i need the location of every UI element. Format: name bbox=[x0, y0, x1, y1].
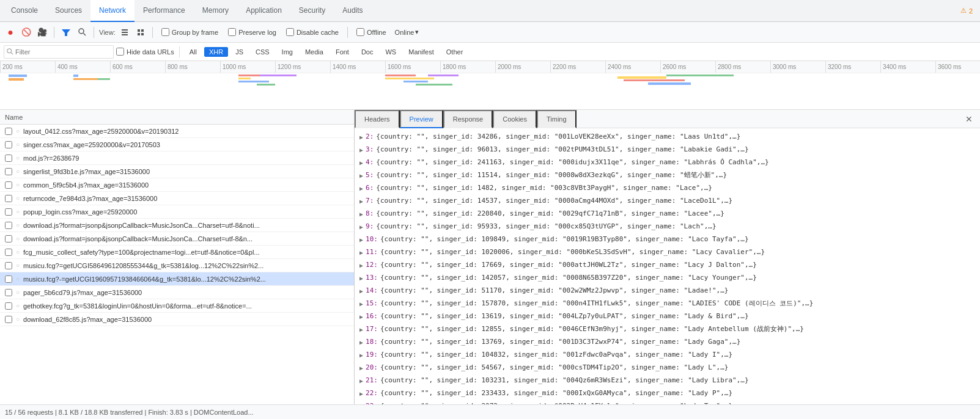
disable-cache-label[interactable]: Disable cache bbox=[297, 29, 339, 36]
json-row[interactable]: ▶14: {country: "", singer_id: 51170, sin… bbox=[355, 285, 980, 297]
json-row[interactable]: ▶7: {country: "", singer_id: 14537, sing… bbox=[355, 195, 980, 208]
filter-button[interactable] bbox=[59, 26, 73, 39]
json-expand-arrow[interactable]: ▶ bbox=[359, 183, 363, 194]
tab-console[interactable]: Console bbox=[2, 0, 46, 22]
list-item[interactable]: ○layout_0412.css?max_age=25920000&v=2019… bbox=[0, 125, 354, 138]
json-row[interactable]: ▶11: {country: "", singer_id: 1020006, s… bbox=[355, 246, 980, 259]
list-item[interactable]: ○returncode_7e984d3.js?max_age=31536000 bbox=[0, 192, 354, 205]
list-item[interactable]: ○singerlist_9fd3b1e.js?max_age=31536000 bbox=[0, 165, 354, 178]
json-row[interactable]: ▶15: {country: "", singer_id: 157870, si… bbox=[355, 297, 980, 310]
tab-memory[interactable]: Memory bbox=[194, 0, 237, 22]
list-item-checkbox[interactable] bbox=[5, 316, 12, 323]
json-row[interactable]: ▶20: {country: "", singer_id: 54567, sin… bbox=[355, 362, 980, 374]
hide-data-urls-checkbox[interactable] bbox=[116, 48, 124, 56]
json-expand-arrow[interactable]: ▶ bbox=[359, 247, 363, 258]
list-item[interactable]: ○musicu.fcg?-=getUCGI19609571938466064&g… bbox=[0, 272, 354, 286]
list-item-checkbox[interactable] bbox=[5, 141, 12, 148]
json-row[interactable]: ▶22: {country: "", singer_id: 233433, si… bbox=[355, 387, 980, 400]
json-expand-arrow[interactable]: ▶ bbox=[359, 401, 363, 404]
tab-headers[interactable]: Headers bbox=[355, 110, 400, 128]
record-button[interactable]: ● bbox=[4, 26, 17, 39]
list-item-checkbox[interactable] bbox=[5, 289, 12, 296]
json-row[interactable]: ▶19: {country: "", singer_id: 104832, si… bbox=[355, 349, 980, 362]
json-row[interactable]: ▶16: {country: "", singer_id: 13619, sin… bbox=[355, 310, 980, 323]
tab-timing[interactable]: Timing bbox=[537, 110, 577, 128]
list-item-checkbox[interactable] bbox=[5, 181, 12, 189]
view-list-button[interactable] bbox=[118, 26, 131, 39]
json-expand-arrow[interactable]: ▶ bbox=[359, 234, 363, 246]
tab-preview[interactable]: Preview bbox=[400, 110, 443, 128]
offline-label[interactable]: Offline bbox=[367, 29, 386, 36]
json-expand-arrow[interactable]: ▶ bbox=[359, 311, 363, 322]
list-item[interactable]: ○fcg_music_collect_safety?type=100&proje… bbox=[0, 246, 354, 259]
list-item-checkbox[interactable] bbox=[5, 249, 12, 256]
list-item-checkbox[interactable] bbox=[5, 208, 12, 216]
tab-security[interactable]: Security bbox=[290, 0, 334, 22]
tab-sources[interactable]: Sources bbox=[46, 0, 90, 22]
json-expand-arrow[interactable]: ▶ bbox=[359, 131, 363, 143]
json-row[interactable]: ▶8: {country: "", singer_id: 220840, sin… bbox=[355, 208, 980, 220]
list-item-checkbox[interactable] bbox=[5, 275, 12, 283]
list-item-checkbox[interactable] bbox=[5, 222, 12, 229]
tab-network[interactable]: Network bbox=[90, 0, 134, 22]
list-item[interactable]: ○download.js?format=jsonp&jsonpCallback=… bbox=[0, 219, 354, 232]
json-expand-arrow[interactable]: ▶ bbox=[359, 298, 363, 310]
json-expand-arrow[interactable]: ▶ bbox=[359, 349, 363, 361]
json-expand-arrow[interactable]: ▶ bbox=[359, 285, 363, 297]
json-expand-arrow[interactable]: ▶ bbox=[359, 208, 363, 220]
json-expand-arrow[interactable]: ▶ bbox=[359, 144, 363, 156]
list-item[interactable]: ○common_5f9c5b4.js?max_age=31536000 bbox=[0, 178, 354, 192]
json-row[interactable]: ▶10: {country: "", singer_id: 109849, si… bbox=[355, 233, 980, 246]
json-row[interactable]: ▶12: {country: "", singer_id: 17669, sin… bbox=[355, 259, 980, 272]
json-expand-arrow[interactable]: ▶ bbox=[359, 324, 363, 335]
json-expand-arrow[interactable]: ▶ bbox=[359, 388, 363, 399]
list-item-checkbox[interactable] bbox=[5, 262, 12, 269]
list-item[interactable]: ○pager_5b6cd79.js?max_age=31536000 bbox=[0, 286, 354, 299]
list-item[interactable]: ○download_62f8c85.js?max_age=31536000 bbox=[0, 313, 354, 326]
tab-cookies[interactable]: Cookies bbox=[493, 110, 537, 128]
list-item[interactable]: ○mod.js?r=2638679 bbox=[0, 151, 354, 165]
filter-font-btn[interactable]: Font bbox=[331, 47, 354, 57]
list-item-checkbox[interactable] bbox=[5, 128, 12, 135]
view-group-button[interactable] bbox=[134, 26, 147, 39]
tab-response[interactable]: Response bbox=[443, 110, 493, 128]
clear-button[interactable]: 🚫 bbox=[20, 26, 33, 39]
filter-media-btn[interactable]: Media bbox=[300, 47, 328, 57]
filter-doc-btn[interactable]: Doc bbox=[356, 47, 378, 57]
group-by-frame-label[interactable]: Group by frame bbox=[172, 29, 218, 36]
filter-ws-btn[interactable]: WS bbox=[380, 47, 401, 57]
json-row[interactable]: ▶3: {country: "", singer_id: 96013, sing… bbox=[355, 144, 980, 156]
json-row[interactable]: ▶13: {country: "", singer_id: 142057, si… bbox=[355, 272, 980, 285]
list-item[interactable]: ○musicu.fcg?=getUCGI5864961208555344&g_t… bbox=[0, 259, 354, 272]
json-row[interactable]: ▶17: {country: "", singer_id: 12855, sin… bbox=[355, 323, 980, 336]
json-row[interactable]: ▶2: {country: "", singer_id: 34286, sing… bbox=[355, 131, 980, 144]
filter-other-btn[interactable]: Other bbox=[441, 47, 468, 57]
hide-data-urls-label[interactable]: Hide data URLs bbox=[127, 48, 174, 56]
json-expand-arrow[interactable]: ▶ bbox=[359, 170, 363, 181]
filter-manifest-btn[interactable]: Manifest bbox=[403, 47, 439, 57]
json-expand-arrow[interactable]: ▶ bbox=[359, 375, 363, 387]
camera-button[interactable]: 🎥 bbox=[35, 26, 49, 39]
filter-js-btn[interactable]: JS bbox=[230, 47, 248, 57]
preserve-log-checkbox[interactable] bbox=[228, 28, 236, 36]
json-expand-arrow[interactable]: ▶ bbox=[359, 337, 363, 348]
filter-img-btn[interactable]: Img bbox=[277, 47, 298, 57]
json-row[interactable]: ▶9: {country: "", singer_id: 95933, sing… bbox=[355, 220, 980, 233]
filter-input[interactable] bbox=[15, 48, 111, 56]
offline-checkbox[interactable] bbox=[356, 28, 364, 36]
list-item[interactable]: ○download.js?format=jsonp&jsonpCallback=… bbox=[0, 232, 354, 246]
close-panel-button[interactable]: ✕ bbox=[963, 113, 975, 125]
json-expand-arrow[interactable]: ▶ bbox=[359, 221, 363, 233]
list-item-checkbox[interactable] bbox=[5, 195, 12, 202]
list-item-checkbox[interactable] bbox=[5, 155, 12, 162]
json-expand-arrow[interactable]: ▶ bbox=[359, 362, 363, 374]
list-item[interactable]: ○gethotkey.fcg?g_tk=5381&loginUin=0&host… bbox=[0, 299, 354, 313]
filter-css-btn[interactable]: CSS bbox=[251, 47, 274, 57]
list-item[interactable]: ○popup_login.css?max_age=25920000 bbox=[0, 205, 354, 219]
json-expand-arrow[interactable]: ▶ bbox=[359, 157, 363, 169]
group-by-frame-checkbox[interactable] bbox=[161, 28, 169, 36]
json-row[interactable]: ▶6: {country: "", singer_id: 1482, singe… bbox=[355, 182, 980, 195]
json-expand-arrow[interactable]: ▶ bbox=[359, 260, 363, 271]
search-button[interactable] bbox=[75, 26, 89, 39]
online-dropdown[interactable]: Online ▾ bbox=[392, 27, 422, 37]
